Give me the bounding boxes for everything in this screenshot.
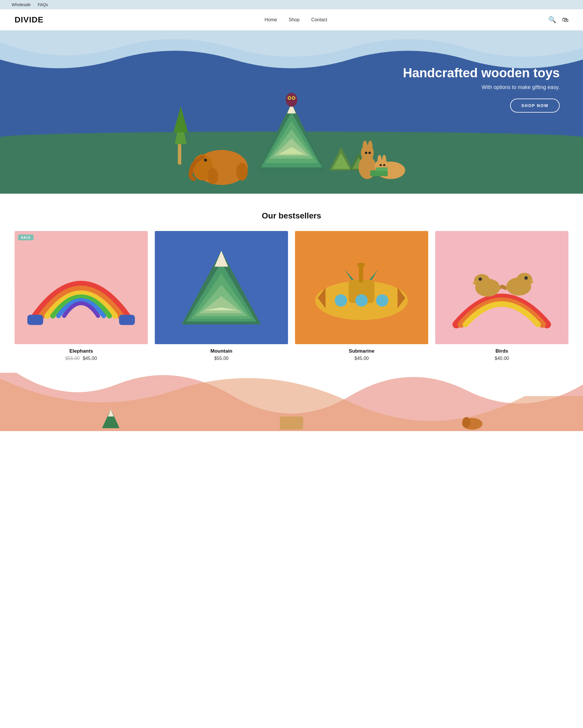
nav-home[interactable]: Home <box>265 17 277 23</box>
wholesale-link[interactable]: Wholesale <box>12 2 31 7</box>
svg-rect-36 <box>370 170 388 176</box>
svg-point-70 <box>462 417 470 427</box>
bottom-toy-3 <box>461 408 484 431</box>
product-price-birds: $40.00 <box>435 356 568 361</box>
svg-point-19 <box>293 97 295 99</box>
products-grid: SALE Elephants $55.00 $45.00 <box>15 231 568 361</box>
svg-marker-67 <box>108 409 114 416</box>
product-price-elephants: $55.00 $45.00 <box>15 356 148 361</box>
bottom-toy-2 <box>274 414 309 431</box>
price-birds: $40.00 <box>495 356 509 361</box>
sale-price-elephants: $45.00 <box>83 356 97 361</box>
svg-point-51 <box>335 294 347 307</box>
product-name-submarine: Submarine <box>295 348 428 354</box>
product-card-submarine[interactable]: Submarine $45.00 <box>295 231 428 361</box>
svg-point-35 <box>383 164 385 166</box>
product-image-birds <box>435 231 568 344</box>
search-icon[interactable]: 🔍 <box>548 16 556 24</box>
cart-icon[interactable]: 🛍 <box>562 16 568 24</box>
product-image-submarine <box>295 231 428 344</box>
product-bg-elephants <box>15 231 148 344</box>
svg-point-28 <box>365 152 367 154</box>
bestsellers-section: Our bestsellers <box>0 194 583 373</box>
product-bg-submarine <box>295 231 428 344</box>
nav-shop[interactable]: Shop <box>288 17 299 23</box>
svg-point-34 <box>380 164 382 166</box>
hero-content: Handcrafted wooden toys With options to … <box>403 65 560 112</box>
mountain-toy-svg <box>165 239 278 336</box>
product-name-mountain: Mountain <box>155 348 288 354</box>
svg-point-27 <box>368 140 372 153</box>
product-name-elephants: Elephants <box>15 348 148 354</box>
svg-point-63 <box>517 273 532 287</box>
svg-rect-0 <box>178 144 181 164</box>
sale-badge: SALE <box>18 234 33 240</box>
bottom-preview <box>0 408 583 431</box>
svg-marker-2 <box>173 106 188 132</box>
product-bg-birds <box>435 231 568 344</box>
product-image-mountain <box>155 231 288 344</box>
site-logo[interactable]: DIVIDE <box>15 15 44 25</box>
bottom-wave-section <box>0 373 583 431</box>
site-header: DIVIDE Home Shop Contact 🔍 🛍 <box>0 9 583 30</box>
hero-heading: Handcrafted wooden toys <box>403 65 560 81</box>
svg-rect-50 <box>357 263 365 267</box>
svg-rect-37 <box>376 167 388 171</box>
svg-marker-56 <box>345 269 354 280</box>
header-icons: 🔍 🛍 <box>548 16 568 24</box>
product-bg-mountain <box>155 231 288 344</box>
product-card-birds[interactable]: Birds $40.00 <box>435 231 568 361</box>
svg-point-59 <box>474 274 490 288</box>
svg-point-6 <box>207 168 218 184</box>
bottom-toy-1 <box>99 408 122 431</box>
svg-marker-57 <box>369 269 378 280</box>
svg-point-53 <box>376 294 388 307</box>
nav-contact[interactable]: Contact <box>311 17 327 23</box>
submarine-toy-svg <box>305 239 418 336</box>
price-mountain: $55.00 <box>214 356 228 361</box>
svg-marker-60 <box>473 281 476 286</box>
original-price-elephants: $55.00 <box>65 356 80 361</box>
product-price-mountain: $55.00 <box>155 356 288 361</box>
product-card-elephants[interactable]: SALE Elephants $55.00 $45.00 <box>15 231 148 361</box>
svg-point-65 <box>524 276 528 280</box>
svg-rect-68 <box>280 416 303 430</box>
product-price-submarine: $45.00 <box>295 356 428 361</box>
svg-rect-49 <box>359 264 363 283</box>
svg-rect-39 <box>119 315 135 325</box>
elephant-toy-svg <box>25 239 138 336</box>
svg-point-61 <box>479 277 482 281</box>
svg-point-32 <box>378 155 382 165</box>
price-submarine: $45.00 <box>355 356 369 361</box>
shop-now-button[interactable]: SHOP NOW <box>510 99 560 112</box>
svg-point-26 <box>363 140 367 153</box>
svg-point-5 <box>236 163 248 181</box>
hero-section: Handcrafted wooden toys With options to … <box>0 30 583 194</box>
svg-rect-38 <box>27 315 43 325</box>
faqs-link[interactable]: FAQs <box>37 2 48 7</box>
svg-point-7 <box>204 159 207 162</box>
svg-marker-64 <box>531 280 534 284</box>
svg-point-18 <box>288 97 290 99</box>
svg-point-15 <box>286 93 297 107</box>
svg-marker-46 <box>215 251 228 266</box>
bestsellers-title: Our bestsellers <box>15 211 568 220</box>
svg-point-29 <box>368 152 371 154</box>
toy-scene-svg <box>160 62 423 185</box>
product-card-mountain[interactable]: Mountain $55.00 <box>155 231 288 361</box>
product-image-elephants: SALE <box>15 231 148 344</box>
top-bar: Wholesale FAQs <box>0 0 583 9</box>
product-name-birds: Birds <box>435 348 568 354</box>
svg-point-52 <box>355 294 368 307</box>
svg-point-33 <box>382 155 386 165</box>
main-nav: Home Shop Contact <box>265 17 327 23</box>
hero-subheading: With options to make gifting easy. <box>403 84 560 90</box>
birds-toy-svg <box>445 239 558 336</box>
